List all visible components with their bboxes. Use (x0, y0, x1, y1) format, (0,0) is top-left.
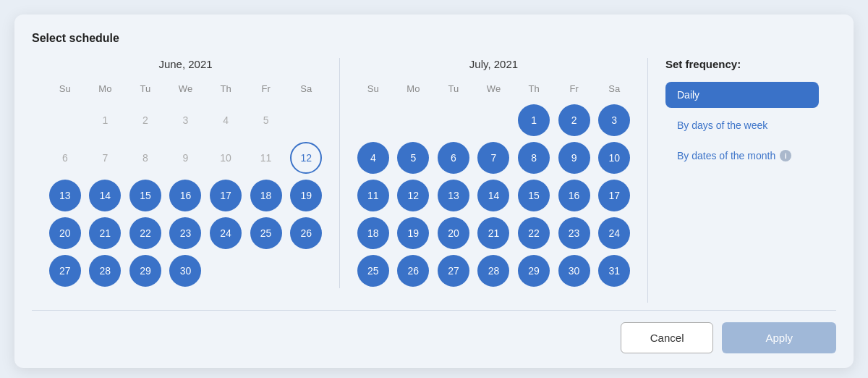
day-cell[interactable]: 5 (397, 142, 429, 174)
dialog-title: Select schedule (32, 32, 836, 45)
day-cell (250, 255, 282, 287)
day-cell[interactable]: 23 (558, 217, 590, 249)
day-header: Tu (127, 80, 164, 100)
day-cell[interactable]: 30 (169, 255, 201, 287)
day-cell[interactable]: 29 (518, 255, 550, 287)
day-cell (210, 255, 242, 287)
frequency-section: Set frequency: DailyBy days of the weekB… (648, 58, 836, 303)
day-cell[interactable]: 25 (357, 255, 389, 287)
calendar-july-header: July, 2021 (354, 58, 633, 70)
frequency-option-by-dates[interactable]: By dates of the monthi (665, 143, 819, 169)
day-cell[interactable]: 14 (477, 180, 509, 211)
day-cell (290, 255, 322, 287)
day-cell[interactable]: 17 (210, 180, 242, 211)
day-cell[interactable]: 3 (598, 104, 630, 136)
day-cell[interactable]: 11 (250, 142, 282, 174)
day-cell[interactable]: 26 (290, 217, 322, 249)
day-cell[interactable]: 27 (438, 255, 469, 287)
day-cell (357, 104, 389, 136)
day-cell[interactable]: 19 (397, 217, 429, 249)
day-cell[interactable]: 4 (357, 142, 389, 174)
day-cell (438, 104, 469, 136)
day-cell[interactable]: 17 (598, 180, 630, 211)
day-cell[interactable]: 13 (49, 180, 81, 211)
day-cell[interactable]: 22 (129, 217, 161, 249)
day-cell[interactable]: 9 (169, 142, 201, 174)
day-cell[interactable]: 9 (558, 142, 590, 174)
day-cell[interactable]: 7 (89, 142, 121, 174)
day-header: Th (207, 80, 244, 100)
cancel-button[interactable]: Cancel (621, 322, 714, 353)
day-cell[interactable]: 8 (518, 142, 550, 174)
select-schedule-dialog: Select schedule June, 2021SuMoTuWeThFrSa… (14, 14, 854, 368)
dialog-body: June, 2021SuMoTuWeThFrSa1234567891011121… (32, 58, 836, 303)
day-cell[interactable]: 2 (129, 104, 161, 136)
day-cell[interactable]: 12 (290, 142, 322, 174)
day-header: Mo (87, 80, 124, 100)
day-cell (477, 104, 509, 136)
day-cell[interactable]: 1 (518, 104, 550, 136)
day-header: We (167, 80, 205, 100)
day-cell[interactable]: 18 (357, 217, 389, 249)
day-cell[interactable]: 21 (477, 217, 509, 249)
calendar-june-grid: SuMoTuWeThFrSa12345678910111213141516171… (46, 80, 325, 288)
day-cell (49, 104, 81, 136)
day-cell[interactable]: 23 (169, 217, 201, 249)
apply-button[interactable]: Apply (722, 322, 836, 353)
day-cell[interactable]: 16 (558, 180, 590, 211)
day-cell[interactable]: 10 (598, 142, 630, 174)
day-header: Th (515, 80, 553, 100)
day-cell[interactable]: 18 (250, 180, 282, 211)
frequency-title: Set frequency: (665, 58, 819, 70)
day-cell[interactable]: 30 (558, 255, 590, 287)
day-cell[interactable]: 26 (397, 255, 429, 287)
frequency-options-list: DailyBy days of the weekBy dates of the … (665, 82, 819, 169)
day-cell[interactable]: 3 (169, 104, 201, 136)
day-cell[interactable]: 20 (438, 217, 469, 249)
day-cell[interactable]: 28 (477, 255, 509, 287)
calendar-july-grid: SuMoTuWeThFrSa12345678910111213141516171… (354, 80, 633, 288)
day-cell[interactable]: 2 (558, 104, 590, 136)
day-cell[interactable]: 16 (169, 180, 201, 211)
calendar-july: July, 2021SuMoTuWeThFrSa1234567891011121… (340, 58, 647, 288)
day-cell[interactable]: 10 (210, 142, 242, 174)
day-cell[interactable]: 11 (357, 180, 389, 211)
day-header: We (475, 80, 513, 100)
calendar-june: June, 2021SuMoTuWeThFrSa1234567891011121… (32, 58, 340, 288)
frequency-label-by-dates: By dates of the month (677, 150, 775, 161)
day-cell (397, 104, 429, 136)
day-cell[interactable]: 15 (129, 180, 161, 211)
day-cell[interactable]: 27 (49, 255, 81, 287)
day-header: Mo (395, 80, 433, 100)
frequency-option-daily[interactable]: Daily (665, 82, 819, 108)
day-cell[interactable]: 14 (89, 180, 121, 211)
day-cell[interactable]: 29 (129, 255, 161, 287)
day-cell[interactable]: 5 (250, 104, 282, 136)
day-cell[interactable]: 6 (49, 142, 81, 174)
day-cell[interactable]: 24 (210, 217, 242, 249)
day-cell[interactable]: 1 (89, 104, 121, 136)
day-header: Fr (556, 80, 593, 100)
day-cell[interactable]: 24 (598, 217, 630, 249)
day-cell[interactable]: 13 (438, 180, 469, 211)
day-cell[interactable]: 21 (89, 217, 121, 249)
day-cell[interactable]: 28 (89, 255, 121, 287)
day-cell[interactable]: 20 (49, 217, 81, 249)
day-cell[interactable]: 7 (477, 142, 509, 174)
day-cell[interactable]: 6 (438, 142, 469, 174)
day-cell[interactable]: 22 (518, 217, 550, 249)
dialog-footer: Cancel Apply (32, 310, 836, 368)
day-header: Su (46, 80, 84, 100)
frequency-option-by-days[interactable]: By days of the week (665, 112, 819, 138)
day-header: Sa (595, 80, 633, 100)
day-cell[interactable]: 25 (250, 217, 282, 249)
day-cell[interactable]: 31 (598, 255, 630, 287)
day-cell[interactable]: 19 (290, 180, 322, 211)
day-header: Fr (247, 80, 285, 100)
day-cell (290, 104, 322, 136)
day-header: Sa (287, 80, 325, 100)
day-cell[interactable]: 4 (210, 104, 242, 136)
day-cell[interactable]: 12 (397, 180, 429, 211)
day-cell[interactable]: 15 (518, 180, 550, 211)
day-cell[interactable]: 8 (129, 142, 161, 174)
